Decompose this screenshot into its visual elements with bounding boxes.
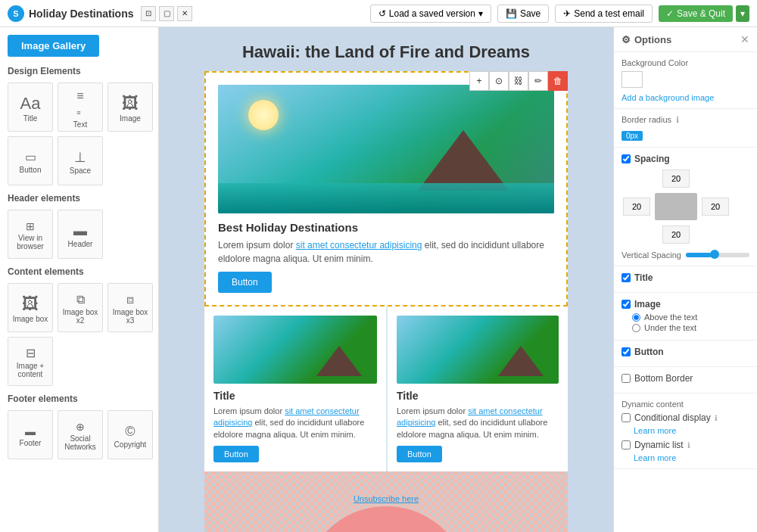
element-image-box-x2[interactable]: ⧉ Image box x2 [58, 283, 103, 332]
element-copyright[interactable]: © Copyright [107, 410, 153, 459]
design-elements-title: Design Elements [8, 66, 151, 76]
conditional-learn-more[interactable]: Learn more [634, 426, 749, 435]
bg-color-swatch[interactable] [621, 71, 643, 88]
element-header[interactable]: ▬ Header [58, 210, 103, 259]
element-image-box[interactable]: 🖼 Image box [8, 283, 53, 332]
logo-icon: S [8, 5, 24, 22]
element-image-content[interactable]: ⊟ Image + content [8, 337, 53, 386]
link-block-button[interactable]: ⛓ [509, 71, 528, 91]
dynamic-list-label: Dynamic list [634, 440, 684, 450]
element-title[interactable]: Aa Title [8, 82, 53, 132]
footer-elements-grid: ▬ Footer ⊕ Social Networks © Copyright [8, 410, 151, 459]
col-2: Title Lorem ipsum dolor sit amet consect… [386, 306, 568, 471]
image-icon: 🖼 [122, 95, 139, 112]
options-title: ⚙ Options [621, 34, 671, 45]
header-icon: ▬ [73, 224, 87, 238]
copy-block-button[interactable]: ⊙ [489, 71, 509, 91]
save-quit-button[interactable]: ✓ Save & Quit [659, 5, 733, 22]
vertical-spacing-row: Vertical Spacing [621, 250, 749, 260]
button-checkbox[interactable] [621, 347, 631, 356]
spacing-checkbox[interactable] [621, 154, 631, 163]
title-icon: Aa [20, 95, 41, 112]
topbar-actions: ↺ Load a saved version ▾ 💾 Save ✈ Send a… [370, 5, 749, 23]
text-icon: ≡≡ [76, 89, 83, 117]
delete-block-button[interactable]: 🗑 [548, 71, 568, 91]
hero-button[interactable]: Button [218, 272, 272, 293]
hero-body-text: Lorem ipsum dolor sit amet consectetur a… [218, 238, 554, 266]
element-social-networks[interactable]: ⊕ Social Networks [58, 410, 103, 459]
title-section: Title [614, 266, 757, 293]
border-radius-section: Border radius ℹ 0px [614, 109, 757, 148]
col1-text: Lorem ipsum dolor sit amet consectetur a… [213, 406, 377, 440]
title-checkbox[interactable] [621, 273, 631, 282]
border-radius-label: Border radius ℹ [621, 115, 749, 125]
gear-icon: ⚙ [621, 34, 631, 45]
button-icon: ▭ [25, 151, 36, 163]
under-text-radio[interactable] [632, 324, 640, 332]
hero-content: Best Holiday Destinations Lorem ipsum do… [206, 73, 566, 305]
footer-icon: ▬ [25, 426, 36, 437]
button-section: Button [614, 341, 757, 367]
hero-link[interactable]: sit amet consectetur adipisicing [296, 240, 422, 250]
dynamic-list-learn-more[interactable]: Learn more [634, 453, 749, 462]
imagebox2-icon: ⧉ [76, 294, 85, 306]
image-gallery-button[interactable]: Image Gallery [8, 35, 99, 57]
close-panel-button[interactable]: ✕ [740, 33, 749, 45]
conditional-display-label: Conditional display [634, 412, 711, 423]
vertical-spacing-slider[interactable] [686, 253, 749, 257]
unsubscribe-link[interactable]: Unsubscribe here [212, 494, 560, 503]
window-controls: ⊡ ▢ ✕ [141, 6, 192, 21]
send-icon: ✈ [563, 8, 571, 19]
edit-block-button[interactable]: ✏ [528, 71, 548, 91]
element-footer[interactable]: ▬ Footer [8, 410, 53, 459]
canvas-area: Hawaii: the Land of Fire and Dreams + ⊙ … [159, 27, 613, 532]
dynamic-list-checkbox[interactable] [621, 440, 631, 450]
bottom-border-checkbox[interactable] [621, 374, 631, 383]
element-button[interactable]: ▭ Button [8, 136, 53, 185]
above-text-row: Above the text [632, 313, 749, 322]
content-elements-title: Content elements [8, 266, 151, 277]
test-email-button[interactable]: ✈ Send a test email [555, 5, 653, 23]
restore-btn[interactable]: ▢ [159, 6, 174, 21]
topbar: S Holiday Destinations ⊡ ▢ ✕ ↺ Load a sa… [0, 0, 757, 27]
unsubscribe-arc: Sent by sendinblue [303, 506, 469, 532]
spacing-left-input[interactable] [623, 198, 650, 216]
image-checkbox[interactable] [621, 300, 631, 309]
add-bg-image-link[interactable]: Add a background image [621, 93, 749, 102]
border-radius-value[interactable]: 0px [621, 131, 643, 141]
element-view-browser[interactable]: ⊞ View in browser [8, 210, 53, 259]
button-checkbox-row: Button [621, 347, 749, 357]
spacing-right-input[interactable] [702, 198, 729, 216]
hero-image [218, 85, 554, 213]
element-image-box-x3[interactable]: ⧈ Image box x3 [107, 283, 153, 332]
element-text[interactable]: ≡≡ Text [58, 82, 103, 132]
save-icon: 💾 [506, 8, 517, 19]
save-quit-dropdown-button[interactable]: ▾ [736, 5, 749, 22]
under-text-row: Under the text [632, 323, 749, 332]
conditional-display-checkbox[interactable] [621, 413, 631, 422]
above-text-radio[interactable] [632, 313, 640, 322]
spacing-label: Spacing [634, 154, 670, 164]
col2-button[interactable]: Button [397, 446, 442, 462]
add-block-button[interactable]: + [469, 71, 489, 91]
save-button[interactable]: 💾 Save [497, 5, 549, 23]
imagebox3-icon: ⧈ [126, 294, 134, 306]
maximize-btn[interactable]: ✕ [177, 6, 192, 21]
hero-title: Best Holiday Destinations [218, 221, 554, 234]
bg-color-label: Background Color [621, 58, 749, 67]
header-elements-title: Header elements [8, 193, 151, 204]
footer-elements-title: Footer elements [8, 394, 151, 404]
load-version-button[interactable]: ↺ Load a saved version ▾ [370, 5, 491, 23]
dynamic-list-info-icon: ℹ [687, 441, 690, 450]
spacing-top-input[interactable] [662, 170, 690, 188]
hero-block[interactable]: + ⊙ ⛓ ✏ 🗑 Best Holiday Destinations [204, 71, 568, 306]
conditional-info-icon: ℹ [715, 414, 718, 422]
col1-button[interactable]: Button [213, 446, 259, 462]
email-heading: Hawaii: the Land of Fire and Dreams [242, 42, 530, 62]
element-image[interactable]: 🖼 Image [107, 82, 153, 132]
browser-icon: ⊞ [26, 221, 35, 232]
minimize-btn[interactable]: ⊡ [141, 6, 156, 21]
element-space[interactable]: ⊥ Space [58, 136, 103, 185]
imagecontent-icon: ⊟ [26, 347, 36, 359]
spacing-bottom-input[interactable] [662, 226, 690, 244]
